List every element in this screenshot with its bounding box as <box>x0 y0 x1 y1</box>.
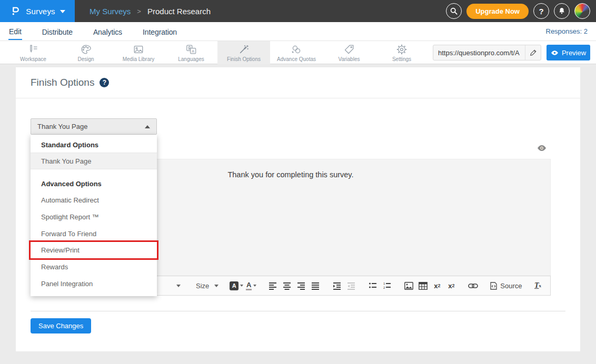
survey-nav-bar: Edit Distribute Analytics Integration Re… <box>0 22 596 41</box>
tab-edit[interactable]: Edit <box>8 23 22 40</box>
source-doc-icon <box>490 282 497 290</box>
insert-link-button[interactable] <box>466 279 479 292</box>
superscript-digit: 2 <box>452 283 454 288</box>
chevron-down-icon <box>214 285 218 287</box>
tab-distribute[interactable]: Distribute <box>42 24 73 39</box>
insert-table-button[interactable] <box>416 279 429 292</box>
svg-text:2: 2 <box>383 286 385 289</box>
justify-button[interactable] <box>309 279 322 292</box>
media-library-icon <box>133 44 144 55</box>
toolbar-item-label: Finish Options <box>227 56 261 62</box>
breadcrumb: My Surveys > Product Research <box>90 7 211 16</box>
help-button[interactable]: ? <box>533 3 549 19</box>
font-size-combo[interactable]: Size <box>194 282 221 290</box>
align-left-icon <box>269 281 277 290</box>
bell-icon <box>558 7 566 15</box>
breadcrumb-my-surveys[interactable]: My Surveys <box>90 7 131 16</box>
decrease-indent-button[interactable] <box>345 279 357 292</box>
numbered-list-icon: 1 2 <box>383 281 391 290</box>
insert-image-button[interactable] <box>402 279 415 292</box>
variables-icon <box>343 44 355 55</box>
question-mark-icon: ? <box>539 7 543 16</box>
dropdown-option-thank-you-page[interactable]: Thank You Page <box>31 153 157 169</box>
top-bar: Surveys My Surveys > Product Research Up… <box>0 0 596 22</box>
product-switcher-label: Surveys <box>26 7 55 16</box>
text-color-a-glyph: A <box>246 281 252 290</box>
finish-options-help-icon[interactable]: ? <box>100 78 109 87</box>
bg-color-a-glyph: A <box>230 281 239 290</box>
toolbar-item-advance-quotas[interactable]: Advance Quotas <box>270 41 323 64</box>
notifications-button[interactable] <box>554 3 570 19</box>
clear-format-t-glyph: T <box>534 281 539 290</box>
svg-text:1: 1 <box>383 282 385 285</box>
panel-header: Finish Options ? <box>16 67 580 98</box>
dropdown-option-review-print[interactable]: Review/Print <box>31 242 157 258</box>
questionpro-logo-icon <box>9 5 21 17</box>
settings-icon <box>396 44 408 55</box>
dropdown-group-standard-options: Standard Options <box>31 137 157 153</box>
toolbar-item-settings[interactable]: Settings <box>375 41 428 64</box>
save-changes-button[interactable]: Save Changes <box>31 318 91 333</box>
subscript-button[interactable]: x2 <box>431 279 443 292</box>
survey-url-box <box>433 45 541 60</box>
bullet-list-button[interactable] <box>366 279 379 292</box>
toolbar-item-finish-options[interactable]: Finish Options <box>217 41 270 64</box>
question-mark-glyph: ? <box>103 79 106 86</box>
topbar-actions: Upgrade Now ? <box>446 3 596 19</box>
background-color-button[interactable]: A <box>230 279 243 292</box>
tab-integration[interactable]: Integration <box>142 24 177 39</box>
justify-icon <box>311 281 320 290</box>
toolbar-item-label: Design <box>77 56 94 62</box>
dropdown-option-forward-to-friend[interactable]: Forward To Friend <box>31 225 157 242</box>
align-right-icon <box>297 281 305 290</box>
preview-button[interactable]: Preview <box>547 45 590 60</box>
search-icon <box>450 7 458 15</box>
outdent-icon <box>347 281 355 290</box>
finish-options-panel: Finish Options ? Thank You Page <box>16 67 580 351</box>
responses-count[interactable]: Responses: 2 <box>546 27 588 35</box>
font-combo-arrow[interactable] <box>172 279 185 292</box>
dropdown-option-rewards[interactable]: Rewards <box>31 258 157 275</box>
align-left-button[interactable] <box>266 279 279 292</box>
toolbar-item-variables[interactable]: Variables <box>323 41 375 64</box>
toolbar-item-media-library[interactable]: Media Library <box>112 41 165 64</box>
align-center-button[interactable] <box>281 279 293 292</box>
dropdown-option-panel-integration[interactable]: Panel Integration <box>31 275 157 292</box>
clear-format-x-glyph: x <box>539 283 542 288</box>
toolbar-item-label: Settings <box>392 56 411 62</box>
source-button[interactable]: Source <box>490 282 522 290</box>
toolbar-item-label: Advance Quotas <box>277 56 316 62</box>
edit-url-button[interactable] <box>525 45 541 60</box>
preview-label: Preview <box>562 49 586 57</box>
eye-icon <box>537 145 547 151</box>
increase-indent-button[interactable] <box>331 279 343 292</box>
tab-analytics[interactable]: Analytics <box>93 24 123 39</box>
survey-toolbar-items: Workspace Design Media Library <box>7 41 428 64</box>
user-avatar[interactable] <box>574 3 590 19</box>
breadcrumb-separator: > <box>137 7 141 15</box>
design-icon <box>80 44 92 55</box>
align-right-button[interactable] <box>295 279 307 292</box>
remove-format-button[interactable]: Tx <box>532 279 544 292</box>
chevron-down-icon <box>176 285 181 287</box>
bullet-list-icon <box>369 281 377 290</box>
numbered-list-button[interactable]: 1 2 <box>381 279 393 292</box>
chevron-down-icon <box>253 285 256 287</box>
finish-option-select[interactable]: Thank You Page <box>31 118 157 135</box>
size-label: Size <box>196 282 209 290</box>
align-center-icon <box>283 281 291 290</box>
toolbar-item-languages[interactable]: A Languages <box>165 41 217 64</box>
visibility-toggle[interactable] <box>537 144 547 154</box>
superscript-button[interactable]: x2 <box>445 279 458 292</box>
indent-icon <box>333 281 341 290</box>
survey-url-input[interactable] <box>433 49 525 57</box>
dropdown-option-automatic-redirect[interactable]: Automatic Redirect <box>31 191 157 208</box>
dropdown-option-spotlight-report[interactable]: Spotlight Report ™ <box>31 208 157 225</box>
toolbar-item-design[interactable]: Design <box>59 41 112 64</box>
upgrade-now-button[interactable]: Upgrade Now <box>466 4 529 19</box>
link-icon <box>468 283 478 289</box>
toolbar-item-workspace[interactable]: Workspace <box>7 41 59 64</box>
search-button[interactable] <box>446 3 462 19</box>
text-color-button[interactable]: A <box>245 279 257 292</box>
product-switcher[interactable]: Surveys <box>0 0 75 22</box>
